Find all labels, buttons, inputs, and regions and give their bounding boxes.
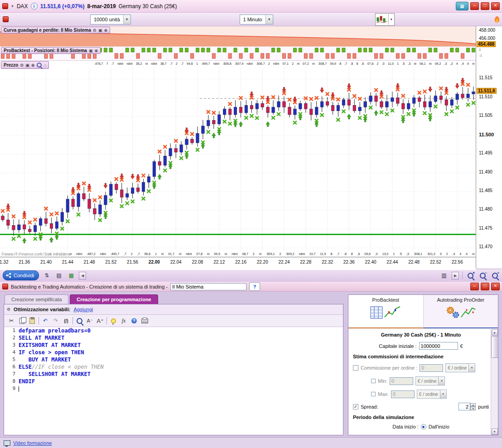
zoom-select-icon[interactable]: ⌖ <box>466 271 475 280</box>
start-option-label: Dall'inizio <box>429 424 449 429</box>
list-icon[interactable]: ▤ <box>54 271 63 280</box>
spread-input[interactable] <box>459 403 470 410</box>
zoom-panel-icon[interactable] <box>37 63 42 67</box>
window-icon[interactable]: ▣ <box>98 28 102 33</box>
minimize-button[interactable]: ─ <box>470 2 479 10</box>
code-line[interactable]: 8ENDIF <box>4 378 343 385</box>
capital-input[interactable] <box>419 342 458 350</box>
spinner-down-icon[interactable]: ▼ <box>470 407 476 410</box>
panels-icon[interactable]: ▥ <box>439 271 449 280</box>
spread-spinner[interactable]: ▲ ▼ <box>459 403 476 410</box>
code-editor[interactable]: 1defparam preloadbars=02SELL AT MARKET3E… <box>4 327 343 435</box>
redo-icon[interactable]: ↷ <box>52 316 60 325</box>
symbol-dropdown-icon[interactable]: ▼ <box>11 5 14 8</box>
time-axis-label: 21.32 <box>0 260 8 265</box>
scroll-up-icon[interactable]: ▲ <box>492 329 498 336</box>
timeframe-dropdown-arrow-icon[interactable]: ▼ <box>265 15 273 24</box>
wrench-icon[interactable]: ⚙ <box>20 63 24 67</box>
price-scale-column[interactable]: 458.000456.000454.4881-111.51511.51011.5… <box>476 26 502 269</box>
scroll-right-button[interactable]: ▶ <box>452 272 459 279</box>
commission-checkbox[interactable] <box>353 365 358 371</box>
expand-up-icon[interactable]: ↑ <box>44 63 46 67</box>
min-checkbox[interactable] <box>371 379 376 383</box>
max-checkbox[interactable] <box>371 392 376 396</box>
spinner-up-icon[interactable]: ▲ <box>470 403 476 407</box>
code-help-icon[interactable]: ? <box>130 316 138 325</box>
comment-icon[interactable]: (/) <box>62 316 70 325</box>
system-name-input[interactable] <box>170 283 246 290</box>
spread-checkbox[interactable]: ✓ <box>353 404 358 409</box>
tips-icon[interactable] <box>109 316 117 325</box>
code-line[interactable]: 7 SELLSHORT AT MARKET <box>4 371 343 378</box>
dropdown-arrow-icon[interactable]: ▼ <box>440 390 446 398</box>
dropdown-arrow-icon[interactable]: ▼ <box>438 377 444 385</box>
chart-style-button[interactable]: ▼ <box>375 13 395 26</box>
flame-icon[interactable] <box>495 16 499 23</box>
close-button[interactable]: ✕ <box>491 283 500 290</box>
units-dropdown-arrow-icon[interactable]: ▼ <box>123 15 130 24</box>
code-line[interactable]: 3EXITSHORT AT MARKET <box>4 342 343 349</box>
tab-probacktest[interactable]: ProBacktest <box>348 295 423 328</box>
code-line[interactable]: 6ELSE//IF close < open THEN <box>4 363 343 371</box>
print-icon[interactable] <box>140 316 149 325</box>
units-dropdown[interactable]: 10000 unità ▼ <box>90 14 131 24</box>
video-training-link[interactable]: Video formazione <box>13 440 52 446</box>
maximize-button[interactable]: □ <box>481 2 489 10</box>
maximize-button[interactable]: □ <box>481 283 489 290</box>
orders-icon[interactable]: ⇅ <box>42 271 51 280</box>
timeframe-dropdown[interactable]: 1 Minuto ▼ <box>240 14 273 24</box>
min-unit-dropdown[interactable]: € / ordine ▼ <box>415 376 445 385</box>
scroll-down-icon[interactable]: ▼ <box>492 429 498 435</box>
minimize-button[interactable]: ─ <box>470 283 479 290</box>
commission-unit-dropdown[interactable]: € / ordine ▼ <box>445 363 475 372</box>
cut-icon[interactable]: ✂ <box>7 316 15 325</box>
undo-icon[interactable]: ↶ <box>41 316 49 325</box>
start-radio[interactable] <box>421 424 426 429</box>
close-panel-icon[interactable]: ⊗ <box>94 48 98 53</box>
code-line[interactable]: 2SELL AT MARKET <box>4 334 343 342</box>
wrench-icon[interactable]: ⚙ <box>7 307 10 312</box>
window-icon[interactable]: ▣ <box>25 63 29 67</box>
code-line[interactable]: 4IF close > open THEN <box>4 349 343 356</box>
min-input[interactable] <box>390 377 413 385</box>
font-larger-icon[interactable]: A⁺ <box>96 316 104 325</box>
candlestick-chart[interactable] <box>0 67 476 251</box>
add-variable-link[interactable]: Aggiungi <box>73 307 93 312</box>
dropdown-arrow-icon[interactable]: ▼ <box>468 364 475 372</box>
paste-icon[interactable] <box>28 316 36 325</box>
wrench-icon[interactable]: ⚙ <box>93 28 97 33</box>
tab-creazione-per-programmazione[interactable]: Creazione per programmazione <box>70 294 158 304</box>
max-input[interactable] <box>391 390 415 398</box>
commission-input[interactable] <box>420 364 443 372</box>
code-line[interactable]: 5 BUY AT MARKET <box>4 356 343 363</box>
copy-icon[interactable] <box>18 316 26 325</box>
session-date: 8-mar-2019 <box>87 3 116 10</box>
max-unit-dropdown[interactable]: € / ordine ▼ <box>417 390 447 399</box>
tab-creazione-semplificata[interactable]: Creazione semplificata <box>5 294 68 304</box>
zoom-in-icon[interactable]: + <box>490 271 499 280</box>
price-panel-header[interactable]: Prezzo ⚙ ▣ ⊗ ↑ <box>1 61 49 69</box>
spreadsheet-icon[interactable]: ▦ <box>67 271 76 280</box>
keyboard-icon[interactable]: ▦ <box>456 2 468 10</box>
function-library-icon[interactable]: fx <box>120 316 128 325</box>
window-icon[interactable]: ▣ <box>89 48 93 53</box>
close-button[interactable]: ✕ <box>491 2 500 10</box>
equity-panel-header[interactable]: Curva guadagni e perdite: Il Mio Sistema… <box>1 27 110 34</box>
info-icon[interactable]: i <box>31 3 38 10</box>
scale-label: 11.510 <box>479 94 492 99</box>
chart-style-dropdown-arrow-icon[interactable]: ▼ <box>388 14 394 25</box>
close-panel-icon[interactable]: ⊗ <box>31 63 35 67</box>
code-line[interactable]: 9 <box>4 385 343 392</box>
help-icon[interactable]: ? <box>249 282 260 291</box>
search-code-icon[interactable] <box>75 316 83 325</box>
settings-scrollbar[interactable]: ▲ ▼ <box>491 329 498 435</box>
scroll-left-button[interactable]: ◀ <box>79 272 86 279</box>
positions-panel-header[interactable]: ProBacktest - Posizioni: Il Mio Sistema … <box>1 47 101 54</box>
font-smaller-icon[interactable]: A⁻ <box>86 316 94 325</box>
zoom-out-icon[interactable]: − <box>478 271 487 280</box>
close-panel-icon[interactable]: ⊗ <box>104 28 107 33</box>
share-button[interactable]: Condividi <box>3 270 39 280</box>
scrollbar-thumb[interactable] <box>491 336 498 358</box>
tab-autotrading-proorder[interactable]: Autotrading ProOrder <box>423 295 498 328</box>
code-line[interactable]: 1defparam preloadbars=0 <box>4 327 343 334</box>
